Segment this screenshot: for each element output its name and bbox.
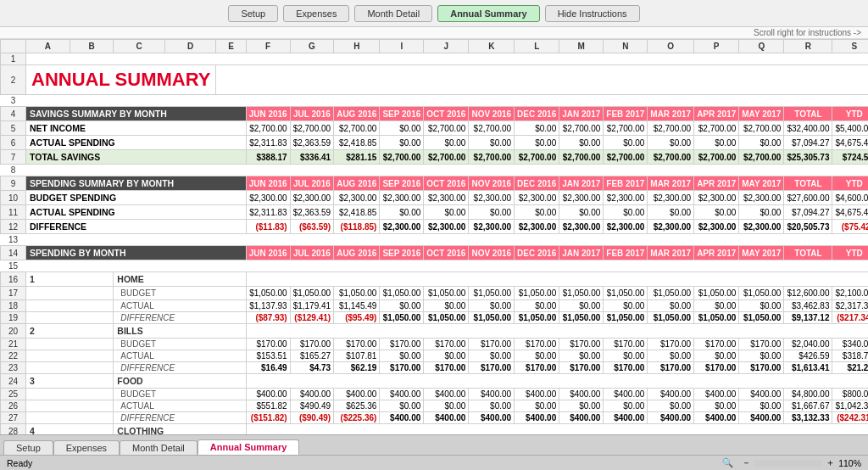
annual-summary-button[interactable]: Annual Summary	[437, 5, 539, 22]
bills-actual-row: 22 ACTUAL $153.51$165.27$107.81$0.00 $0.…	[1, 350, 869, 362]
col-header-g: G	[290, 40, 334, 53]
main-table: A B C D E F G H I J K L M N O P Q	[0, 39, 868, 434]
total-savings-row: 7 TOTAL SAVINGS $388.17$336.41$281.15$2,…	[1, 150, 869, 165]
month-col-2: JUL 2016	[290, 107, 334, 121]
col-header-q: Q	[739, 40, 784, 53]
bills-budget-row: 21 BUDGET $170.00$170.00$170.00$170.00 $…	[1, 339, 869, 350]
status-bar: Ready 🔍 － ＋ 110%	[0, 455, 868, 470]
col-header-d: D	[164, 40, 216, 53]
scroll-note: Scroll right for instructions ->	[0, 27, 868, 39]
col-header-e: E	[216, 40, 246, 53]
row-1: 1	[1, 53, 869, 65]
net-income-label: NET INCOME	[26, 121, 247, 136]
row-13: 13	[1, 234, 869, 246]
col-header-m: M	[559, 40, 604, 53]
row-3: 3	[1, 95, 869, 107]
col-header-c: C	[114, 40, 165, 53]
month-col-1: JUN 2016	[246, 107, 290, 121]
col-header-s: S	[832, 40, 868, 53]
spending-by-month-header: SPENDING BY MONTH	[26, 246, 247, 260]
col-header-f: F	[246, 40, 290, 53]
row-2-title: 2 ANNUAL SUMMARY	[1, 65, 869, 95]
tab-annual-summary[interactable]: Annual Summary	[198, 439, 299, 455]
month-col-6: NOV 2016	[469, 107, 515, 121]
col-header-i: I	[380, 40, 424, 53]
toolbar: Setup Expenses Month Detail Annual Summa…	[0, 0, 868, 27]
col-header-r: R	[784, 40, 832, 53]
col-header-h: H	[334, 40, 380, 53]
bills-cat-row: 20 2 BILLS	[1, 324, 869, 339]
month-col-ytd: YTD	[832, 107, 868, 121]
status-right: 🔍 － ＋ 110%	[722, 457, 861, 469]
month-col-9: FEB 2017	[604, 107, 648, 121]
month-col-11: APR 2017	[694, 107, 739, 121]
hide-instructions-button[interactable]: Hide Instructions	[545, 5, 640, 22]
zoom-plus[interactable]: ＋	[826, 457, 835, 469]
tab-setup[interactable]: Setup	[3, 440, 53, 455]
food-actual-row: 26 ACTUAL $551.82$490.49$625.36$0.00 $0.…	[1, 400, 869, 412]
food-budget-row: 25 BUDGET $400.00$400.00$400.00$400.00 $…	[1, 389, 869, 400]
col-header-o: O	[648, 40, 694, 53]
expenses-button[interactable]: Expenses	[283, 5, 349, 22]
row-15: 15	[1, 260, 869, 272]
col-header-p: P	[694, 40, 739, 53]
status-ready: Ready	[7, 458, 32, 468]
total-savings-label: TOTAL SAVINGS	[26, 150, 247, 165]
bills-diff-row: 23 DIFFERENCE $16.49$4.73$62.19 $170.00$…	[1, 362, 869, 374]
savings-section-header: SAVINGS SUMMARY BY MONTH	[26, 107, 247, 121]
page-title: ANNUAL SUMMARY	[26, 65, 216, 95]
home-diff-row: 19 DIFFERENCE ($87.93)($129.41)($95.49) …	[1, 312, 869, 324]
month-col-10: MAR 2017	[648, 107, 694, 121]
month-col-8: JAN 2017	[559, 107, 604, 121]
zoom-minus[interactable]: －	[742, 457, 751, 469]
month-col-4: SEP 2016	[380, 107, 424, 121]
sheet-tabs: Setup Expenses Month Detail Annual Summa…	[0, 434, 868, 455]
col-header-l: L	[515, 40, 559, 53]
app-container: Setup Expenses Month Detail Annual Summa…	[0, 0, 868, 470]
tab-month-detail[interactable]: Month Detail	[120, 440, 198, 455]
col-header-rownum	[1, 40, 26, 53]
zoom-level: － ＋ 110%	[742, 457, 861, 469]
spreadsheet[interactable]: A B C D E F G H I J K L M N O P Q	[0, 39, 868, 434]
tab-expenses[interactable]: Expenses	[53, 440, 120, 455]
setup-button[interactable]: Setup	[228, 5, 278, 22]
spending-summary-header-row: 9 SPENDING SUMMARY BY MONTH JUN 2016JUL …	[1, 176, 869, 191]
home-cat-row: 16 1 HOME	[1, 272, 869, 287]
col-header-n: N	[604, 40, 648, 53]
home-actual-row: 18 ACTUAL $1,137.93$1,179.41$1,145.49$0.…	[1, 300, 869, 312]
budget-spending-row: 10 BUDGET SPENDING $2,300.00$2,300.00$2,…	[1, 191, 869, 205]
col-header-a: A	[26, 40, 70, 53]
zoom-slider[interactable]	[754, 460, 822, 467]
food-cat-row: 24 3 FOOD	[1, 374, 869, 389]
spending-summary-header: SPENDING SUMMARY BY MONTH	[26, 176, 247, 191]
net-income-row: 5 NET INCOME $2,700.00$2,700.00$2,700.00…	[1, 121, 869, 136]
clothing-cat-row: 28 4 CLOTHING	[1, 424, 869, 435]
spending-by-month-header-row: 14 SPENDING BY MONTH JUN 2016JUL 2016AUG…	[1, 246, 869, 260]
col-header-j: J	[424, 40, 469, 53]
home-budget-row: 17 BUDGET $1,050.00$1,050.00$1,050.00$1,…	[1, 287, 869, 300]
month-col-5: OCT 2016	[424, 107, 469, 121]
difference-row: 12 DIFFERENCE ($11.83)($63.59)($118.85) …	[1, 220, 869, 234]
food-diff-row: 27 DIFFERENCE ($151.82)($90.49)($225.36)…	[1, 412, 869, 424]
month-col-3: AUG 2016	[334, 107, 380, 121]
row-8: 8	[1, 165, 869, 176]
col-header-b: B	[70, 40, 114, 53]
month-col-7: DEC 2016	[515, 107, 559, 121]
zoom-icon: 🔍	[722, 457, 733, 468]
zoom-value: 110%	[838, 458, 861, 468]
savings-header-row: 4 SAVINGS SUMMARY BY MONTH JUN 2016 JUL …	[1, 107, 869, 121]
actual-spending-savings-row: 6 ACTUAL SPENDING $2,311.83$2,363.59$2,4…	[1, 136, 869, 150]
actual-spending-row: 11 ACTUAL SPENDING $2,311.83$2,363.59$2,…	[1, 205, 869, 220]
month-col-total: TOTAL	[784, 107, 832, 121]
actual-spending-label: ACTUAL SPENDING	[26, 136, 247, 150]
month-detail-button[interactable]: Month Detail	[354, 5, 432, 22]
col-header-k: K	[469, 40, 515, 53]
month-col-12: MAY 2017	[739, 107, 784, 121]
